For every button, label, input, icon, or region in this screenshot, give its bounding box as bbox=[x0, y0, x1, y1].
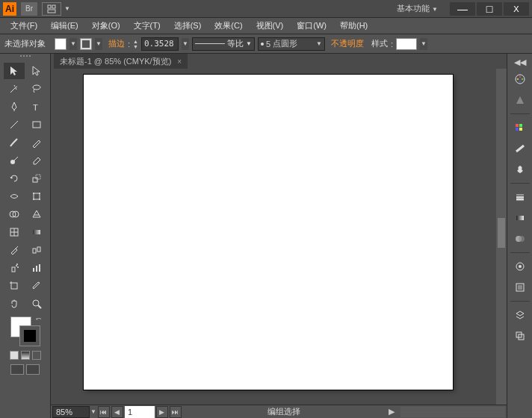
graph-tool[interactable] bbox=[26, 260, 47, 276]
fill-swatch[interactable] bbox=[55, 38, 66, 50]
menu-window[interactable]: 窗口(W) bbox=[291, 19, 332, 33]
brushes-panel-icon[interactable] bbox=[510, 140, 530, 157]
symbols-panel-icon[interactable] bbox=[510, 160, 530, 178]
menu-file[interactable]: 文件(F) bbox=[4, 19, 43, 33]
vertical-scrollbar[interactable] bbox=[496, 69, 507, 405]
magic-wand-tool[interactable] bbox=[4, 81, 25, 97]
color-guide-panel-icon[interactable] bbox=[510, 91, 530, 109]
brush-tool[interactable] bbox=[4, 134, 25, 151]
zoom-tool[interactable] bbox=[26, 296, 47, 312]
tab-close-icon[interactable]: × bbox=[177, 57, 182, 66]
rectangle-tool[interactable] bbox=[26, 116, 47, 133]
color-panel-icon[interactable] bbox=[510, 70, 530, 88]
menu-select[interactable]: 选择(S) bbox=[168, 19, 208, 33]
document-tab[interactable]: 未标题-1 @ 85% (CMYK/预览) × bbox=[54, 54, 188, 69]
appearance-panel-icon[interactable] bbox=[510, 258, 530, 275]
menu-view[interactable]: 视图(V) bbox=[250, 19, 290, 33]
direct-selection-tool[interactable] bbox=[26, 63, 47, 79]
stroke-weight-dropdown[interactable]: ▼ bbox=[182, 38, 189, 50]
arrange-documents-button[interactable] bbox=[42, 2, 61, 16]
perspective-tool[interactable] bbox=[26, 206, 47, 222]
menu-edit[interactable]: 编辑(E) bbox=[45, 19, 84, 33]
swap-colors-icon[interactable]: ⤺ bbox=[36, 315, 42, 322]
stroke-weight-input[interactable] bbox=[141, 37, 179, 51]
stroke-up-icon[interactable]: ▲ bbox=[133, 39, 138, 44]
stroke-label[interactable]: 描边 bbox=[108, 38, 125, 49]
gradient-mode-button[interactable] bbox=[21, 351, 30, 360]
none-mode-button[interactable] bbox=[32, 351, 41, 360]
workspace-switcher[interactable]: 基本功能 ▼ bbox=[386, 3, 448, 14]
close-button[interactable]: X bbox=[504, 2, 529, 16]
layers-panel-icon[interactable] bbox=[510, 306, 530, 324]
style-swatch[interactable] bbox=[396, 38, 417, 50]
hand-tool[interactable] bbox=[4, 296, 25, 312]
transparency-panel-icon[interactable] bbox=[510, 230, 530, 248]
first-page-button[interactable]: ⏮ bbox=[98, 406, 110, 418]
brush-dropdown[interactable]: 5 点圆形 ▼ bbox=[258, 37, 325, 51]
lasso-tool[interactable] bbox=[26, 81, 47, 97]
selection-tool[interactable] bbox=[4, 63, 25, 79]
width-tool[interactable] bbox=[4, 188, 25, 205]
gradient-panel-icon[interactable] bbox=[510, 209, 530, 227]
full-screen-button[interactable] bbox=[26, 364, 40, 375]
type-tool[interactable]: T bbox=[26, 99, 47, 115]
symbol-spray-tool[interactable] bbox=[4, 260, 25, 276]
shape-builder-tool[interactable] bbox=[4, 206, 25, 222]
free-transform-tool[interactable] bbox=[26, 188, 47, 205]
rotate-tool[interactable] bbox=[4, 170, 25, 187]
zoom-dropdown-icon[interactable]: ▼ bbox=[90, 408, 96, 415]
svg-point-36 bbox=[519, 76, 521, 78]
stroke-color[interactable] bbox=[19, 325, 40, 346]
eyedropper-tool[interactable] bbox=[4, 242, 25, 258]
opacity-label[interactable]: 不透明度 bbox=[331, 38, 364, 49]
menu-type[interactable]: 文字(T) bbox=[128, 19, 167, 33]
tools-panel: T ⤺ bbox=[0, 54, 51, 418]
blob-brush-tool[interactable] bbox=[4, 152, 25, 169]
page-input[interactable]: 1 bbox=[125, 406, 155, 418]
slice-tool[interactable] bbox=[26, 278, 47, 294]
bridge-button[interactable]: Br bbox=[21, 2, 37, 16]
scale-tool[interactable] bbox=[26, 170, 47, 187]
blend-tool[interactable] bbox=[26, 242, 47, 258]
artboard[interactable] bbox=[84, 75, 453, 390]
status-menu-icon[interactable]: ▶ bbox=[389, 407, 399, 417]
prev-page-button[interactable]: ◀ bbox=[111, 406, 123, 418]
fill-dropdown[interactable]: ▼ bbox=[69, 38, 77, 50]
style-dropdown[interactable]: ▼ bbox=[420, 38, 427, 50]
stroke-panel-icon[interactable] bbox=[510, 188, 530, 206]
panel-grip[interactable] bbox=[3, 55, 48, 61]
mesh-tool[interactable] bbox=[4, 224, 25, 240]
zoom-input[interactable]: 85% bbox=[52, 406, 90, 418]
minimize-button[interactable]: — bbox=[450, 2, 475, 16]
color-mode-button[interactable] bbox=[10, 351, 19, 360]
swatches-panel-icon[interactable] bbox=[510, 119, 530, 137]
maximize-button[interactable]: □ bbox=[477, 2, 502, 16]
gradient-tool[interactable] bbox=[26, 224, 47, 240]
stroke-down-icon[interactable]: ▼ bbox=[133, 44, 138, 49]
profile-dropdown[interactable]: 等比 ▼ bbox=[192, 37, 255, 51]
control-bar: 未选择对象 ▼ ▼ 描边: ▲ ▼ ▼ 等比 ▼ 5 点圆形 ▼ 不透明度 样式… bbox=[0, 34, 532, 54]
artboard-tool[interactable] bbox=[4, 278, 25, 294]
next-page-button[interactable]: ▶ bbox=[156, 406, 168, 418]
eraser-tool[interactable] bbox=[26, 152, 47, 169]
scrollbar-thumb[interactable] bbox=[498, 218, 505, 248]
normal-screen-button[interactable] bbox=[10, 364, 24, 375]
color-swatches[interactable]: ⤺ bbox=[10, 316, 40, 346]
last-page-button[interactable]: ⏭ bbox=[170, 406, 182, 418]
graphic-styles-panel-icon[interactable] bbox=[510, 278, 530, 296]
svg-point-37 bbox=[522, 78, 523, 80]
svg-rect-21 bbox=[33, 249, 36, 253]
collapse-panels-icon[interactable]: ◀◀ bbox=[515, 57, 525, 67]
menu-help[interactable]: 帮助(H) bbox=[334, 19, 374, 33]
artboards-panel-icon[interactable] bbox=[510, 327, 530, 345]
dropdown-icon[interactable]: ▼ bbox=[64, 5, 70, 12]
menu-effect[interactable]: 效果(C) bbox=[208, 19, 248, 33]
line-tool[interactable] bbox=[4, 116, 25, 133]
menu-object[interactable]: 对象(O) bbox=[86, 19, 126, 33]
svg-rect-1 bbox=[52, 5, 55, 8]
stroke-dropdown[interactable]: ▼ bbox=[95, 38, 102, 50]
stroke-swatch[interactable] bbox=[80, 38, 92, 50]
pencil-tool[interactable] bbox=[26, 134, 47, 151]
horizontal-scrollbar[interactable] bbox=[400, 407, 505, 417]
pen-tool[interactable] bbox=[4, 99, 25, 115]
